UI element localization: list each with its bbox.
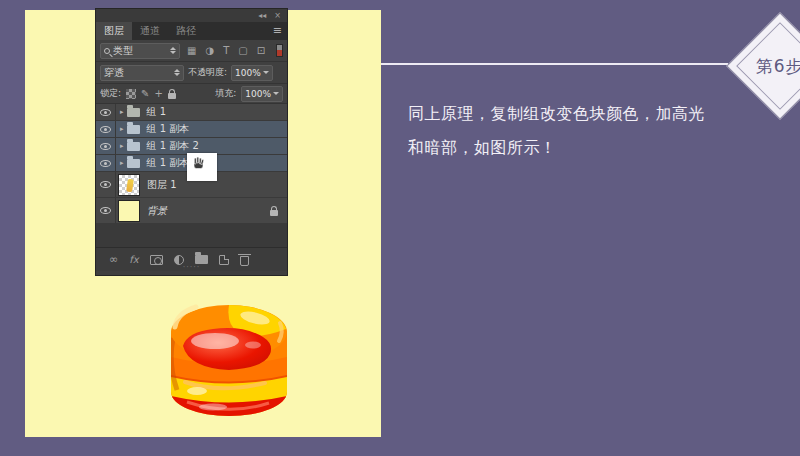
filter-shape-icon[interactable]: ▢	[238, 45, 247, 56]
opacity-value-dropdown[interactable]: 100%	[231, 65, 273, 81]
candy-illustration	[167, 294, 291, 426]
visibility-toggle[interactable]	[96, 172, 116, 197]
panel-toolbar: ∞ fx ·····	[96, 247, 287, 271]
tab-layers[interactable]: 图层	[96, 22, 132, 40]
layer-style-icon[interactable]: fx	[129, 254, 138, 265]
group-folder-icon	[127, 159, 140, 168]
visibility-toggle[interactable]	[96, 198, 116, 223]
eye-icon	[100, 181, 111, 188]
background-lock-icon	[270, 210, 278, 216]
lock-bar: 锁定: ✎ + 填充: 100%	[96, 84, 287, 104]
fill-label: 填充:	[215, 87, 236, 100]
fill-value: 100%	[245, 89, 271, 99]
layers-list-filler	[96, 224, 287, 247]
chevron-down-icon	[273, 92, 279, 95]
add-mask-icon[interactable]	[150, 255, 163, 265]
resize-grip-icon[interactable]: ·····	[183, 265, 201, 271]
opacity-value: 100%	[235, 68, 261, 78]
collapse-panel-icon[interactable]: ◂◂	[258, 11, 266, 20]
description-line: 同上原理，复制组改变色块颜色，加高光	[408, 97, 738, 131]
filter-smart-object-icon[interactable]: ⊡	[257, 45, 265, 56]
visibility-toggle[interactable]	[96, 121, 116, 137]
close-panel-icon[interactable]: ×	[274, 11, 281, 20]
lock-move-icon[interactable]: +	[154, 89, 162, 99]
tutorial-description: 同上原理，复制组改变色块颜色，加高光 和暗部，如图所示！	[408, 97, 738, 165]
dropdown-arrows-icon	[170, 47, 176, 54]
expand-caret-icon[interactable]: ▸	[120, 125, 124, 133]
expand-caret-icon[interactable]: ▸	[120, 142, 124, 150]
layer-row-background[interactable]: 背景	[96, 198, 287, 224]
blend-mode-dropdown[interactable]: 穿透	[100, 65, 184, 81]
search-icon	[104, 48, 110, 54]
panel-menu-icon[interactable]: ≡	[273, 25, 282, 36]
layer-name: 图层 1	[147, 178, 177, 192]
eye-icon	[100, 143, 111, 150]
layer-thumbnail[interactable]	[118, 200, 140, 222]
visibility-toggle[interactable]	[96, 155, 116, 171]
step-badge-inner: 第6步	[736, 22, 800, 110]
panel-tabbar: 图层 通道 路径 ≡	[96, 22, 287, 40]
filter-kind-label: 类型	[113, 44, 133, 58]
filter-type-icons: ▦ ◑ T ▢ ⊡	[187, 45, 265, 56]
opacity-label: 不透明度:	[188, 66, 227, 79]
eye-icon	[100, 207, 111, 214]
visibility-toggle[interactable]	[96, 104, 116, 120]
hand-cursor-icon	[190, 155, 206, 171]
lock-all-icon[interactable]	[168, 93, 176, 99]
artwork-panel: ◂◂ × 图层 通道 路径 ≡ 类型 ▦ ◑ T ▢	[25, 10, 381, 437]
layer-name: 背景	[147, 204, 167, 218]
photoshop-layers-panel: ◂◂ × 图层 通道 路径 ≡ 类型 ▦ ◑ T ▢	[95, 8, 288, 276]
filter-kind-dropdown[interactable]: 类型	[100, 43, 180, 59]
layer-row-group1-copy[interactable]: ▸ 组 1 副本	[96, 121, 287, 138]
step-badge-label: 第6步	[756, 54, 800, 77]
drag-ghost-box	[187, 153, 217, 181]
description-line: 和暗部，如图所示！	[408, 131, 738, 165]
tab-paths[interactable]: 路径	[168, 22, 204, 40]
lock-paint-icon[interactable]: ✎	[141, 89, 149, 99]
group-folder-icon	[127, 125, 140, 134]
expand-caret-icon[interactable]: ▸	[120, 108, 124, 116]
filter-pixel-icon[interactable]: ▦	[187, 45, 196, 56]
tutorial-stage: ◂◂ × 图层 通道 路径 ≡ 类型 ▦ ◑ T ▢	[0, 0, 800, 456]
visibility-toggle[interactable]	[96, 138, 116, 154]
tab-channels[interactable]: 通道	[132, 22, 168, 40]
link-layers-icon[interactable]: ∞	[109, 254, 118, 265]
layer-row-group1[interactable]: ▸ 组 1	[96, 104, 287, 121]
panel-titlebar: ◂◂ ×	[96, 9, 287, 22]
layer-name: 组 1 副本	[147, 122, 190, 136]
layer-thumbnail[interactable]	[118, 174, 140, 196]
expand-caret-icon[interactable]: ▸	[120, 159, 124, 167]
filter-toggle-switch[interactable]	[276, 44, 283, 57]
new-layer-icon[interactable]	[219, 255, 229, 265]
lock-label: 锁定:	[100, 87, 121, 100]
blend-bar: 穿透 不透明度: 100%	[96, 62, 287, 84]
connector-line	[381, 63, 728, 65]
filter-adjustment-icon[interactable]: ◑	[205, 45, 214, 56]
filter-type-icon[interactable]: T	[223, 45, 229, 56]
blend-mode-value: 穿透	[104, 66, 124, 80]
layer-name: 组 1 副本 2	[147, 139, 199, 153]
dropdown-arrows-icon	[174, 69, 180, 76]
group-folder-icon	[127, 108, 140, 117]
fill-value-dropdown[interactable]: 100%	[241, 86, 283, 102]
eye-icon	[100, 160, 111, 167]
group-folder-icon	[127, 142, 140, 151]
eye-icon	[100, 109, 111, 116]
lock-transparency-icon[interactable]	[126, 89, 136, 99]
delete-layer-icon[interactable]	[240, 256, 249, 266]
filter-bar: 类型 ▦ ◑ T ▢ ⊡	[96, 40, 287, 62]
eye-icon	[100, 126, 111, 133]
chevron-down-icon	[263, 71, 269, 74]
layer-name: 组 1	[147, 105, 167, 119]
